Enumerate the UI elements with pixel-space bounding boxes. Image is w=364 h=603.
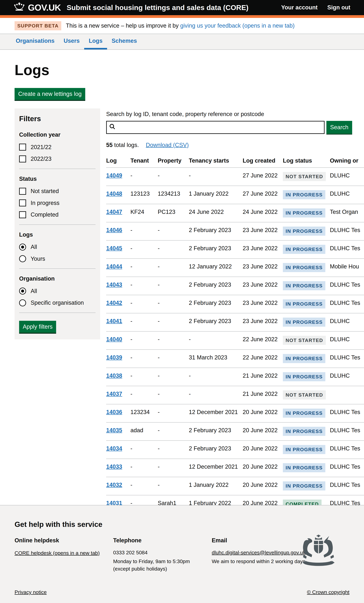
log-id-link[interactable]: 14045 [106,245,122,251]
owning-organisation-cell: DLUHC Tes [330,404,364,422]
table-row: 14032--1 January 202220 June 2022In prog… [106,477,364,495]
email-link[interactable]: dluhc.digital-services@levellingup.gov.u… [212,550,305,555]
tenant-cell: - [130,349,158,368]
tenant-cell: - [130,386,158,404]
filters-heading: Filters [19,114,95,123]
footer: Get help with this service Online helpde… [0,505,364,603]
checkbox-label: 2022/23 [31,155,51,162]
radio-logs-yours[interactable] [19,255,26,262]
telephone-holidays-note: (except public holidays) [113,566,212,572]
filters-divider [19,313,95,313]
telephone-title: Telephone [113,537,212,544]
checkbox-2022-23[interactable] [19,155,26,162]
tenancy-starts-cell: 2 February 2023 [189,277,243,295]
tenant-cell: - [130,259,158,277]
log-id-link[interactable]: 14048 [106,190,122,197]
log-id-link[interactable]: 14046 [106,227,122,233]
log-created-cell: 27 June 2022 [243,186,283,204]
nav-item-organisations[interactable]: Organisations [11,34,59,49]
govuk-header: GOV.UK Submit social housing lettings an… [0,0,364,18]
create-lettings-log-button[interactable]: Create a new lettings log [14,88,85,100]
log-id-link[interactable]: 14037 [106,391,122,397]
log-id-link[interactable]: 14049 [106,172,122,179]
search-input[interactable] [116,121,322,133]
log-id-cell: 14034 [106,441,130,459]
checkbox-label: Completed [31,211,59,218]
property-cell: - [158,168,189,186]
tenant-cell: - [130,277,158,295]
radio-label: Yours [31,255,45,263]
your-account-link[interactable]: Your account [281,4,317,11]
privacy-notice-link[interactable]: Privacy notice [14,589,47,595]
download-csv-link[interactable]: Download (CSV) [146,141,189,149]
results-count-row: 55 total logs. Download (CSV) [106,141,364,149]
log-id-link[interactable]: 14032 [106,482,122,488]
col-header-log: Log [106,155,130,168]
status-tag: In progress [283,299,325,309]
tenant-cell: adad [130,422,158,441]
log-status-cell: In progress [283,204,330,222]
status-tag: In progress [283,427,325,436]
property-cell: - [158,386,189,404]
log-status-cell: In progress [283,222,330,240]
sign-out-link[interactable]: Sign out [327,4,350,11]
page-title: Logs [14,61,364,79]
checkbox-not-started[interactable] [19,188,26,195]
radio-organisation-all[interactable] [19,288,26,294]
log-id-link[interactable]: 14041 [106,318,122,324]
checkbox-in-progress[interactable] [19,199,26,206]
nav-item-users[interactable]: Users [59,34,84,49]
crown-copyright-link[interactable]: © Crown copyright [307,589,350,595]
log-id-link[interactable]: 14042 [106,300,122,306]
govuk-logotype: GOV.UK [28,2,61,13]
radio-label: Specific organisation [31,299,84,306]
log-id-link[interactable]: 14033 [106,464,122,470]
core-helpdesk-link[interactable]: CORE helpdesk (opens in a new tab) [14,550,100,556]
property-cell: - [158,222,189,240]
log-id-link[interactable]: 14043 [106,281,122,288]
tenant-cell: - [130,459,158,477]
feedback-link[interactable]: giving us your feedback (opens in a new … [180,23,294,29]
log-id-link[interactable]: 14035 [106,427,122,433]
table-row: 14041--2 February 202323 June 2022In pro… [106,313,364,331]
radio-label: All [31,288,37,295]
table-row: 14037---21 June 2022Not started [106,386,364,404]
log-id-cell: 14035 [106,422,130,441]
owning-organisation-cell: DLUHC [330,186,364,204]
primary-navigation: Organisations Users Logs Schemes [0,34,364,50]
log-id-link[interactable]: 14034 [106,445,122,452]
log-id-link[interactable]: 14047 [106,209,122,215]
status-tag: In progress [283,445,325,454]
tenancy-starts-cell: 31 March 2023 [189,349,243,368]
checkbox-completed[interactable] [19,211,26,218]
radio-logs-all[interactable] [19,244,26,251]
log-id-link[interactable]: 14038 [106,372,122,379]
log-id-link[interactable]: 14039 [106,354,122,361]
crown-icon [14,2,25,13]
tenant-cell: - [130,295,158,313]
property-cell: - [158,422,189,441]
col-header-tenant: Tenant [130,155,158,168]
online-helpdesk-title: Online helpdesk [14,537,113,544]
property-cell: - [158,240,189,259]
log-id-link[interactable]: 14040 [106,336,122,342]
checkbox-label: 2021/22 [31,144,51,151]
header-logo[interactable]: GOV.UK Submit social housing lettings an… [14,2,248,13]
log-id-link[interactable]: 14044 [106,263,122,270]
status-tag: Not started [283,390,326,399]
log-created-cell: 22 June 2022 [243,331,283,349]
status-tag: In progress [283,245,325,254]
checkbox-2021-22[interactable] [19,144,26,151]
log-id-link[interactable]: 14036 [106,409,122,415]
nav-item-schemes[interactable]: Schemes [107,34,141,49]
tenant-cell: - [130,441,158,459]
owning-organisation-cell: DLUHC [330,313,364,331]
radio-organisation-specific[interactable] [19,299,26,306]
log-id-cell: 14043 [106,277,130,295]
apply-filters-button[interactable]: Apply filters [19,321,56,333]
log-status-cell: Not started [283,331,330,349]
status-tag: In progress [283,354,325,363]
property-cell: 1234213 [158,186,189,204]
nav-item-logs[interactable]: Logs [84,34,107,49]
search-button[interactable]: Search [326,121,352,134]
